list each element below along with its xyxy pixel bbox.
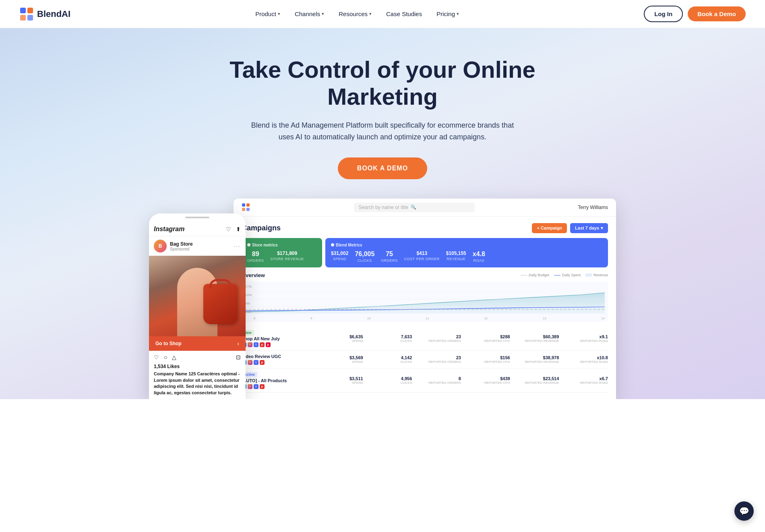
- send-icon: ⬆: [236, 226, 241, 232]
- blend-orders-metric: 75 ORDERS: [381, 250, 398, 263]
- platform-icon: t: [254, 342, 258, 347]
- campaign-roas: x6.7 REPORTED ROAS: [560, 376, 608, 385]
- revenue-value: $23,514: [512, 376, 559, 381]
- orders-value: 8: [414, 376, 461, 381]
- campaign-spend: $3,569 SPEND: [316, 355, 363, 364]
- campaign-row[interactable]: New Shop All New July fitpp $6,635 SPEND…: [242, 327, 608, 351]
- post-action-icons: ♡ ○ △: [154, 354, 176, 360]
- post-cta-arrow-icon: ›: [237, 340, 239, 347]
- comment-icon[interactable]: ○: [164, 354, 167, 360]
- store-orders-metric: 89 ORDERS: [247, 250, 264, 263]
- campaign-info: Active [AUTO] - All Products fitp: [242, 372, 314, 389]
- orders-value: 23: [414, 355, 461, 360]
- store-metrics-card: Store metrics 89 ORDERS $171,809 STORE R…: [242, 238, 322, 267]
- svg-rect-2: [20, 15, 26, 21]
- store-orders-label: ORDERS: [247, 259, 264, 263]
- svg-rect-5: [246, 203, 250, 207]
- channels-chevron-icon: ▾: [322, 11, 324, 17]
- book-demo-nav-button[interactable]: Book a Demo: [688, 6, 746, 21]
- nav-product[interactable]: Product ▾: [250, 7, 286, 21]
- dashboard-user[interactable]: Terry Williams: [578, 205, 608, 210]
- legend-revenue: Revenue: [585, 273, 608, 277]
- cpo-value: $156: [463, 355, 510, 360]
- revenue-label: REPORTED REVENUE: [512, 360, 559, 364]
- store-revenue-value: $171,809: [271, 250, 304, 256]
- store-orders-value: 89: [247, 250, 264, 258]
- x-label-7: 14: [601, 317, 605, 320]
- svg-rect-6: [242, 208, 245, 211]
- chart-area: $173k $120k $96k $4.3k 8 9 10 11 12 13: [242, 282, 608, 322]
- blend-spend-value: $31,002: [331, 250, 348, 256]
- svg-rect-1: [27, 8, 33, 13]
- roas-value: x10.8: [560, 355, 608, 360]
- campaign-clicks: 4,142 CLICKS: [365, 355, 412, 364]
- period-selector[interactable]: Last 7 days ▾: [570, 223, 608, 233]
- campaign-clicks: 7,633 CLICKS: [365, 334, 412, 343]
- svg-rect-7: [246, 208, 250, 211]
- hero-section: Take Control of your Online Marketing Bl…: [0, 28, 765, 399]
- spend-value: $3,511: [316, 376, 363, 381]
- clicks-label: CLICKS: [365, 381, 412, 385]
- campaign-info: New Shop All New July fitpp: [242, 330, 314, 347]
- spend-label: SPEND: [316, 381, 363, 385]
- svg-rect-4: [242, 203, 245, 207]
- overview-section: Overview Daily Budget Daily Spent: [242, 272, 608, 322]
- blend-revenue-label: REVENUE: [446, 257, 466, 261]
- blend-cpo-label: COST PER ORDER: [404, 257, 440, 261]
- hero-title: Take Control of your Online Marketing: [221, 56, 544, 110]
- nav-pricing[interactable]: Pricing ▾: [431, 7, 465, 21]
- share-icon[interactable]: △: [172, 354, 176, 360]
- campaign-roas: x9.1 REPORTED ROAS: [560, 334, 608, 343]
- nav-resources[interactable]: Resources ▾: [333, 7, 377, 21]
- svg-rect-0: [20, 8, 26, 13]
- like-icon[interactable]: ♡: [154, 354, 159, 360]
- legend-daily-spend: Daily Spent: [554, 273, 581, 277]
- post-sponsored: Sponsored: [170, 247, 193, 251]
- blend-roas-metric: x4.8 ROAS: [473, 250, 485, 263]
- spend-label: SPEND: [316, 339, 363, 343]
- brand-logo[interactable]: BlendAI: [19, 7, 70, 21]
- campaign-row[interactable]: Active [AUTO] - All Products fitp $3,511…: [242, 368, 608, 393]
- campaign-revenue: $38,978 REPORTED REVENUE: [512, 355, 559, 364]
- roas-value: x9.1: [560, 334, 608, 339]
- login-button[interactable]: Log In: [644, 6, 683, 22]
- campaigns-header: Campaigns + Campaign Last 7 days ▾: [242, 223, 608, 233]
- spend-value: $6,635: [316, 334, 363, 339]
- product-chevron-icon: ▾: [278, 11, 280, 17]
- search-icon: 🔍: [411, 205, 416, 210]
- blend-clicks-label: CLICKS: [355, 259, 374, 263]
- campaign-cpo: $439 REPORTED CPO: [463, 376, 510, 385]
- instagram-logo: Instagram: [154, 226, 184, 233]
- instagram-icons: ♡ ⬆: [226, 226, 241, 232]
- resources-chevron-icon: ▾: [369, 11, 372, 17]
- campaign-platforms: fitp: [242, 360, 314, 365]
- campaign-platforms: fitpp: [242, 342, 314, 347]
- blend-metrics-card: Blend Metrics $31,002 SPEND 76,005 CLICK…: [325, 238, 608, 267]
- save-icon[interactable]: ⊡: [236, 354, 241, 360]
- roas-label: REPORTED ROAS: [560, 360, 608, 364]
- dashboard-topbar: Search by name or title 🔍 Terry Williams: [234, 199, 616, 217]
- orders-value: 23: [414, 334, 461, 339]
- hero-cta-button[interactable]: BOOK A DEMO: [338, 157, 427, 179]
- campaign-cpo: $156 REPORTED CPO: [463, 355, 510, 364]
- orders-label: REPORTED ORDERS: [414, 360, 461, 364]
- campaign-row[interactable]: Video Review UGC fitp $3,569 SPEND 4,142…: [242, 351, 608, 368]
- dashboard-search[interactable]: Search by name or title 🔍: [354, 203, 475, 212]
- cpo-value: $439: [463, 376, 510, 381]
- post-more-icon[interactable]: ···: [234, 243, 241, 249]
- post-cta-bar[interactable]: Go to Shop ›: [149, 336, 246, 351]
- x-label-2: 9: [310, 317, 312, 320]
- dashboard-content: Campaigns + Campaign Last 7 days ▾: [234, 217, 616, 399]
- phone-status-bar: [149, 213, 246, 221]
- campaigns-title: Campaigns: [242, 224, 281, 232]
- spend-legend-icon: [554, 275, 560, 276]
- post-avatar: B: [154, 240, 167, 253]
- nav-case-studies[interactable]: Case Studies: [380, 7, 428, 21]
- post-user-info: Bag Store Sponsored: [170, 241, 193, 251]
- add-campaign-button[interactable]: + Campaign: [532, 223, 567, 233]
- blend-clicks-metric: 76,005 CLICKS: [355, 250, 374, 263]
- legend-daily-budget: Daily Budget: [521, 273, 549, 277]
- blend-cpo-metric: $413 COST PER ORDER: [404, 250, 440, 263]
- nav-channels[interactable]: Channels ▾: [289, 7, 330, 21]
- campaign-orders: 8 REPORTED ORDERS: [414, 376, 461, 385]
